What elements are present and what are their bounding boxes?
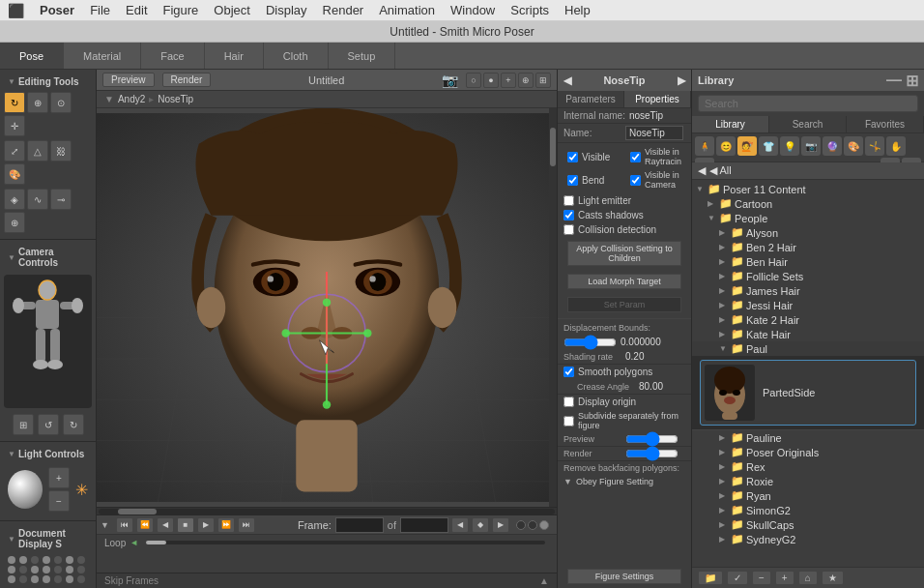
tree-item-people[interactable]: ▼ 📁 People <box>692 211 924 225</box>
tab-properties[interactable]: Properties <box>624 91 691 107</box>
lib-tab-library[interactable]: Library <box>692 116 769 132</box>
menu-figure[interactable]: Figure <box>163 3 199 17</box>
lib-footer-home-btn[interactable]: ⌂ <box>798 571 818 585</box>
tree-item-katehair[interactable]: ▶ 📁 Kate Hair <box>692 327 924 341</box>
lib-tab-search[interactable]: Search <box>769 116 847 132</box>
vp-icon-5[interactable]: ⊞ <box>535 73 551 88</box>
lib-footer-star-btn[interactable]: ★ <box>822 571 844 585</box>
timeline-play-stop[interactable]: ■ <box>177 517 194 533</box>
lib-icon-clothes[interactable]: 👕 <box>759 136 778 156</box>
timeline-nav-left[interactable]: ◀ <box>451 517 469 533</box>
menu-animation[interactable]: Animation <box>379 3 435 17</box>
lib-tab-favorites[interactable]: Favorites <box>847 116 924 132</box>
breadcrumb-selected[interactable]: NoseTip <box>158 94 193 104</box>
tree-item-sydneyg2[interactable]: ▶ 📁 SydneyG2 <box>692 532 924 546</box>
vp-icon-2[interactable]: ● <box>483 73 499 88</box>
casts-shadows-checkbox[interactable] <box>563 210 574 220</box>
timeline-next-key[interactable]: ⏩ <box>217 517 235 533</box>
lib-icon-figure[interactable]: 🧍 <box>695 136 714 156</box>
library-close-btn[interactable]: ⊞ <box>906 72 918 90</box>
menu-window[interactable]: Window <box>450 3 495 17</box>
camera-controls-header[interactable]: ▼ Camera Controls <box>4 244 92 271</box>
props-forward-btn[interactable]: ▶ <box>678 74 685 87</box>
lib-icon-materials[interactable]: 🎨 <box>844 136 863 156</box>
lib-footer-check-btn[interactable]: ✓ <box>727 571 748 585</box>
lib-icon-props[interactable]: 🔮 <box>823 136 842 156</box>
tab-cloth[interactable]: Cloth <box>264 43 329 69</box>
load-morph-btn[interactable]: Load Morph Target <box>567 274 681 289</box>
tab-setup[interactable]: Setup <box>329 43 396 69</box>
tool-taper[interactable]: △ <box>27 140 48 162</box>
camera-btn-1[interactable]: ⊞ <box>13 414 34 435</box>
viewport-hscrollbar[interactable] <box>97 507 557 514</box>
library-all-btn[interactable]: ◀ ◀ All <box>692 162 924 180</box>
timeline-key-marker[interactable]: ◆ <box>472 517 489 533</box>
menu-file[interactable]: File <box>90 3 110 17</box>
tree-item-poser11[interactable]: ▼ 📁 Poser 11 Content <box>692 182 924 196</box>
timeline-progress-bar[interactable] <box>146 541 545 544</box>
light-remove[interactable]: − <box>48 490 70 512</box>
tool-scale[interactable]: ⤢ <box>4 140 25 162</box>
smooth-checkbox[interactable] <box>563 367 574 377</box>
tool-magnify[interactable]: ⊕ <box>4 212 25 233</box>
tool-translate[interactable]: ✛ <box>4 115 25 136</box>
light-sphere[interactable] <box>8 470 43 509</box>
tab-parameters[interactable]: Parameters <box>558 91 624 107</box>
breadcrumb-root[interactable]: Andy2 <box>118 94 145 104</box>
tool-rotate[interactable]: ↻ <box>4 92 25 113</box>
lib-footer-minus-btn[interactable]: − <box>752 571 771 585</box>
tree-item-follicle[interactable]: ▶ 📁 Follicle Sets <box>692 269 924 283</box>
light-emitter-checkbox[interactable] <box>563 195 574 206</box>
apply-collision-btn[interactable]: Apply Collision Setting to Children <box>567 241 681 266</box>
timeline-prev-frame[interactable]: ◀ <box>157 517 174 533</box>
menu-object[interactable]: Object <box>214 3 250 17</box>
menu-help[interactable]: Help <box>564 3 591 17</box>
light-controls-header[interactable]: ▼ Light Controls <box>4 446 92 462</box>
vp-icon-3[interactable]: + <box>501 73 516 88</box>
visible-raytrace-checkbox[interactable] <box>630 152 641 162</box>
frame-current-input[interactable]: 00001 <box>335 517 384 533</box>
visible-camera-checkbox[interactable] <box>630 175 641 186</box>
menu-scripts[interactable]: Scripts <box>510 3 549 17</box>
camera-btn-3[interactable]: ↻ <box>63 414 84 435</box>
tab-material[interactable]: Material <box>64 43 141 69</box>
collision-checkbox[interactable] <box>563 224 574 235</box>
lib-icon-hair[interactable]: 💇 <box>737 136 757 156</box>
tree-item-kate2hair[interactable]: ▶ 📁 Kate 2 Hair <box>692 312 924 327</box>
timeline-next-frame[interactable]: ▶ <box>197 517 215 533</box>
tree-item-benhair[interactable]: ▶ 📁 Ben Hair <box>692 254 924 269</box>
preview-slider[interactable] <box>625 435 679 443</box>
tool-chain-break[interactable]: ⛓ <box>50 140 72 162</box>
camera-icon[interactable]: 📷 <box>442 73 458 88</box>
tree-item-roxie[interactable]: ▶ 📁 Roxie <box>692 474 924 488</box>
timeline-collapse-arrow[interactable]: ▼ <box>101 520 109 530</box>
menu-display[interactable]: Display <box>266 3 307 17</box>
editing-tools-header[interactable]: ▼ Editing Tools <box>4 74 92 90</box>
tree-item-jameshair[interactable]: ▶ 📁 James Hair <box>692 283 924 298</box>
lib-icon-face[interactable]: 😊 <box>716 136 736 156</box>
tab-face[interactable]: Face <box>141 43 204 69</box>
lib-icon-camera[interactable]: 📷 <box>801 136 821 156</box>
render-button[interactable]: Render <box>162 73 212 87</box>
timeline-beginning[interactable]: ⏮ <box>116 517 133 533</box>
render-slider[interactable] <box>625 450 679 457</box>
library-search-input[interactable] <box>698 95 918 112</box>
tool-morph[interactable]: ◈ <box>4 189 25 210</box>
tab-pose[interactable]: Pose <box>0 43 64 69</box>
library-minimize-btn[interactable]: — <box>886 72 902 90</box>
tree-item-poser-originals[interactable]: ▶ 📁 Poser Originals <box>692 445 924 459</box>
tree-item-cartoon[interactable]: ▶ 📁 Cartoon <box>692 196 924 211</box>
tree-item-jessihair[interactable]: ▶ 📁 Jessi Hair <box>692 298 924 312</box>
visible-checkbox[interactable] <box>567 152 578 162</box>
frame-total-input[interactable]: 00030 <box>400 517 448 533</box>
lib-icon-light[interactable]: 💡 <box>780 136 799 156</box>
timeline-prev-key[interactable]: ⏪ <box>136 517 154 533</box>
paul-preview-item[interactable]: PartedSide <box>700 360 916 426</box>
tree-item-ryan[interactable]: ▶ 📁 Ryan <box>692 488 924 503</box>
lib-icon-hand[interactable]: ✋ <box>886 136 906 156</box>
tree-item-rex[interactable]: ▶ 📁 Rex <box>692 459 924 474</box>
figure-settings-btn[interactable]: Figure Settings <box>567 569 681 584</box>
menu-render[interactable]: Render <box>323 3 364 17</box>
document-display-header[interactable]: ▼ Document Display S <box>4 525 92 552</box>
tool-hair[interactable]: ∿ <box>27 189 48 210</box>
